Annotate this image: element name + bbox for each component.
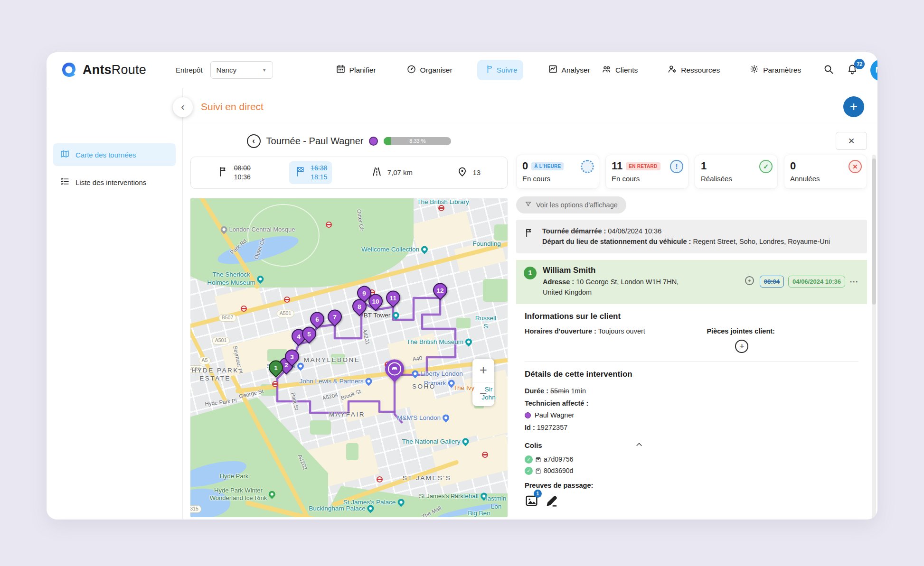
chevron-up-icon[interactable] xyxy=(635,440,643,451)
technician-line: Paul Wagner xyxy=(525,409,858,421)
photo-icon xyxy=(525,501,538,509)
map-label-text: The National Gallery xyxy=(402,437,460,445)
map-label-text: A40 xyxy=(412,354,423,362)
detail-column: ✕ 0À L'HEUREEn cours11EN RETARDEn cours!… xyxy=(516,130,867,517)
add-button[interactable]: + xyxy=(843,96,864,117)
nav-item-planifier[interactable]: Planifier xyxy=(330,60,382,80)
flag-icon xyxy=(524,226,535,241)
attachments-label: Pièces jointes client: xyxy=(707,327,774,335)
metro-station-icon xyxy=(326,222,332,228)
map-label-foundling: Foundling xyxy=(472,240,500,248)
tour-column: ‹ Tournée - Paul Wagner 8.33 % 08:0010:3… xyxy=(190,130,508,517)
marker-number: 9 xyxy=(358,287,370,299)
stat-new-time: 18:15 xyxy=(311,173,327,182)
map-pin-icon xyxy=(410,369,420,379)
map-label-text: Sir John xyxy=(479,386,498,402)
map-pin-icon xyxy=(219,225,229,234)
map-pin-icon xyxy=(391,311,400,320)
map-pin-icon xyxy=(461,437,471,446)
warehouse-select[interactable]: Nancy ▼ xyxy=(210,61,273,79)
nav-item-analyser[interactable]: Analyser xyxy=(542,60,596,80)
map-label-liberty-london: Liberty London xyxy=(412,370,462,378)
notifications-button[interactable]: 72 xyxy=(847,64,858,77)
pin-icon xyxy=(456,166,468,179)
map-label-text: A5 xyxy=(202,357,208,364)
sidebar-item-label: Liste des interventions xyxy=(75,178,146,186)
map-label-text: ST JAMES'S xyxy=(403,474,451,482)
departure-label: Départ du lieu de stationnement du véhic… xyxy=(542,238,691,245)
signature-proof-button[interactable] xyxy=(545,494,559,510)
map-pin-icon xyxy=(267,490,277,499)
scrollbar-thumb[interactable] xyxy=(872,158,876,305)
panel-scrollbar[interactable] xyxy=(872,155,876,520)
gauge-icon xyxy=(406,64,416,76)
map-label-a5: A5 xyxy=(199,357,211,364)
map-label-hyde-park-winterwonderland-ice-rink: Hyde Park Winter Wonderland Ice Rink xyxy=(210,487,275,502)
metro-station-icon xyxy=(241,306,247,312)
stat-value: 13 xyxy=(473,168,481,176)
duration-label: Durée : xyxy=(525,387,548,395)
tour-progress-bar: 8.33 % xyxy=(384,137,451,145)
nav-item-parametres[interactable]: Paramètres xyxy=(744,60,807,80)
checklist-icon xyxy=(60,176,70,188)
map-label-text: Liberty London xyxy=(420,370,462,378)
avatar[interactable]: MH xyxy=(870,59,877,81)
nav-item-suivre[interactable]: Suivre xyxy=(477,60,523,80)
intervention-card: 1 William Smith Adresse : 10 George St, … xyxy=(516,260,867,516)
nav-item-organiser[interactable]: Organiser xyxy=(401,60,458,80)
photo-proof-button[interactable]: 1 xyxy=(525,494,538,510)
people-icon xyxy=(602,64,612,76)
map-label-text: MARYLEBONE xyxy=(304,356,360,364)
page-title: Suivi en direct xyxy=(201,101,264,112)
sidebar: Carte des tournéesListe des intervention… xyxy=(47,88,183,519)
display-options-button[interactable]: Voir les options d'affichage xyxy=(516,196,626,213)
tour-stat-3: 7,07 km xyxy=(366,163,417,182)
map-label-text: The Ivy xyxy=(453,384,474,392)
map-label-text: SOHO xyxy=(412,382,436,390)
sidebar-item-label: Carte des tournées xyxy=(75,151,136,159)
close-panel-button[interactable]: ✕ xyxy=(836,132,867,150)
more-actions-button[interactable]: ⋯ xyxy=(849,276,859,287)
marker-number: 12 xyxy=(434,284,446,296)
status-label: Réalisées xyxy=(701,175,772,183)
tour-back-button[interactable]: ‹ xyxy=(247,134,261,148)
persongear-icon xyxy=(667,64,677,76)
brand-logo[interactable]: AntsRoute xyxy=(61,62,146,79)
check-icon: ✓ xyxy=(525,467,533,475)
photo-count-badge: 1 xyxy=(534,490,542,498)
map-label-text: Russell S xyxy=(475,315,497,331)
driver-color-dot xyxy=(369,137,378,146)
map-label-text: lastmin Lon xyxy=(486,495,507,511)
status-card-en-coursa-lheure: 0À L'HEUREEn cours xyxy=(516,155,599,189)
nav-item-label: Analyser xyxy=(562,66,590,74)
metro-station-icon xyxy=(482,452,488,458)
plus-icon: + xyxy=(850,99,858,114)
intervention-header[interactable]: 1 William Smith Adresse : 10 George St, … xyxy=(516,260,867,305)
sidebar-item-carte-des-tournees[interactable]: Carte des tournées xyxy=(53,143,176,166)
map-pin-icon xyxy=(364,377,374,386)
map-label-marylebone: MARYLEBONE xyxy=(304,356,360,364)
sidebar-item-liste-des-interventions[interactable]: Liste des interventions xyxy=(53,171,176,194)
parcels-title: Colis xyxy=(525,441,542,449)
route-map[interactable]: + − London Central MosquePark RdOuter Ci… xyxy=(190,198,508,517)
add-attachment-button[interactable]: + xyxy=(735,340,748,353)
marker-number: 10 xyxy=(369,295,382,307)
zoom-in-button[interactable]: + xyxy=(472,359,494,382)
search-button[interactable] xyxy=(823,64,834,77)
map-label-text: Foundling xyxy=(472,240,500,248)
parcel-item: ✓a7d09756 xyxy=(525,455,858,464)
package-icon xyxy=(535,456,542,463)
stat-old-time: 16:38 xyxy=(311,164,327,173)
map-label-buckingham-palace: Buckingham Palace xyxy=(309,504,374,512)
map-label-mayfair: MAYFAIR xyxy=(329,410,365,418)
hours-label: Horaires d'ouverture : xyxy=(525,327,596,335)
tour-header: ‹ Tournée - Paul Wagner 8.33 % xyxy=(190,130,508,152)
nav-item-ressources[interactable]: Ressources xyxy=(661,60,726,80)
warehouse-selector: Entrepôt Nancy ▼ xyxy=(176,61,273,79)
id-line: Id : 19272357 xyxy=(525,422,858,434)
map-label-text: St James's Park xyxy=(419,492,463,500)
status-count: 0 xyxy=(790,160,796,172)
map-label-text: Hyde Park Winter Wonderland Ice Rink xyxy=(210,487,267,502)
nav-item-clients[interactable]: Clients xyxy=(596,60,643,80)
collapse-sidebar-button[interactable]: ‹ xyxy=(173,97,193,117)
